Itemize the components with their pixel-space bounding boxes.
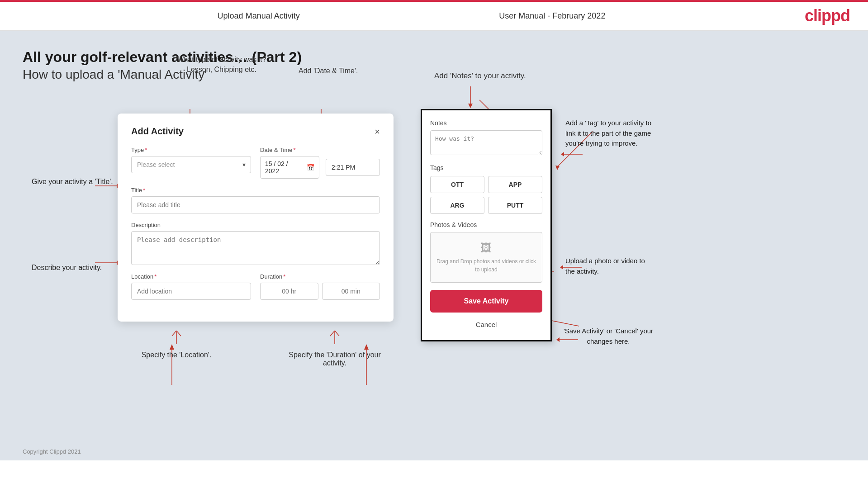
tag-app[interactable]: APP (488, 176, 542, 193)
description-label: Description (131, 222, 380, 228)
type-select[interactable]: Please select (131, 156, 251, 173)
duration-hr-input[interactable] (260, 283, 318, 300)
svg-marker-29 (561, 152, 564, 156)
right-area: Add 'Notes' to your activity. Add a 'Tag… (421, 95, 845, 341)
svg-line-25 (335, 331, 339, 336)
tag-putt[interactable]: PUTT (488, 197, 542, 214)
type-group: Type* Please select (131, 147, 251, 179)
time-input[interactable] (326, 159, 380, 176)
modal-area: What type of activity was it? Lesson, Ch… (118, 95, 394, 367)
location-bottom-annotation: Specify the 'Location'. (118, 331, 235, 367)
svg-marker-33 (556, 337, 560, 342)
tag-arrow (561, 150, 583, 159)
title-input[interactable] (131, 196, 380, 213)
location-input[interactable] (131, 283, 251, 300)
tags-label: Tags (430, 164, 542, 171)
calendar-icon: 📅 (307, 164, 314, 171)
duration-inputs (260, 283, 380, 300)
duration-group: Duration* (260, 273, 380, 300)
photo-upload-text: Drag and Drop photos and videos or click… (436, 258, 536, 273)
datetime-inputs: 15 / 02 / 2022 📅 (260, 156, 380, 179)
page-title: Upload Manual Activity (218, 11, 300, 21)
main-content: All your golf-relevant activities… (Part… (0, 31, 868, 460)
duration-label: Duration* (260, 273, 380, 280)
notes-textarea[interactable] (430, 130, 542, 155)
type-datetime-row: Type* Please select Date & Time* (131, 147, 380, 179)
type-annotation: What type of activity was it? Lesson, Ch… (172, 55, 271, 75)
cancel-link[interactable]: Cancel (430, 318, 542, 331)
tags-grid: OTT APP ARG PUTT (430, 176, 542, 214)
top-bar: Upload Manual Activity User Manual - Feb… (0, 0, 868, 31)
location-group: Location* (131, 273, 251, 300)
tag-annotation: Add a 'Tag' to your activity to link it … (565, 118, 660, 149)
modal-header: Add Activity × (131, 126, 380, 137)
location-duration-row: Location* Duration* (131, 273, 380, 300)
phone-inner: Notes Tags OTT APP ARG PUTT Photos & Vid… (422, 110, 550, 340)
logo: clippd (805, 6, 850, 25)
description-input[interactable] (131, 231, 380, 265)
photos-label: Photos & Videos (430, 221, 542, 228)
doc-subtitle: User Manual - February 2022 (499, 11, 605, 21)
modal-close-button[interactable]: × (375, 127, 380, 136)
svg-marker-27 (468, 104, 473, 108)
bottom-annotations: Specify the 'Location'. Specify the 'Dur… (118, 331, 394, 367)
svg-line-22 (176, 331, 181, 336)
location-arrow-svg (170, 331, 183, 349)
svg-marker-31 (560, 265, 563, 270)
duration-min-input[interactable] (322, 283, 380, 300)
title-annotation: Give your activity a 'Title'. (32, 177, 113, 187)
title-group: Title* (131, 187, 380, 213)
svg-line-24 (330, 331, 335, 336)
notes-annotation: Add 'Notes' to your activity. (434, 71, 526, 81)
left-annotation-area: Give your activity a 'Title'. Describe y… (23, 95, 118, 186)
tag-ott[interactable]: OTT (430, 176, 484, 193)
modal-title: Add Activity (131, 126, 184, 137)
add-activity-modal: Add Activity × Type* Please select (118, 114, 394, 322)
duration-bottom-annotation: Specify the 'Duration' of your activity. (276, 331, 394, 367)
notes-arrow (466, 86, 475, 109)
date-annotation: Add 'Date & Time'. (299, 66, 358, 76)
content-layout: Give your activity a 'Title'. Describe y… (23, 95, 845, 367)
notes-label: Notes (430, 119, 542, 127)
svg-line-21 (172, 331, 176, 336)
type-label: Type* (131, 147, 251, 153)
save-activity-button[interactable]: Save Activity (430, 290, 542, 313)
datetime-label: Date & Time* (260, 147, 380, 153)
upload-arrow (560, 263, 583, 272)
describe-annotation: Describe your activity. (32, 263, 102, 273)
datetime-group: Date & Time* 15 / 02 / 2022 📅 (260, 147, 380, 179)
date-input[interactable]: 15 / 02 / 2022 📅 (260, 156, 319, 179)
location-label: Location* (131, 273, 251, 280)
save-arrow (556, 335, 579, 344)
copyright: Copyright Clippd 2021 (23, 448, 81, 455)
description-group: Description (131, 222, 380, 265)
tag-arg[interactable]: ARG (430, 197, 484, 214)
phone-mockup: Notes Tags OTT APP ARG PUTT Photos & Vid… (421, 109, 552, 341)
duration-arrow-svg (328, 331, 342, 349)
photo-upload-area[interactable]: 🖼 Drag and Drop photos and videos or cli… (430, 232, 542, 283)
title-label: Title* (131, 187, 380, 194)
type-select-wrapper: Please select (131, 156, 251, 173)
heading-bold: All your golf-relevant activities… (Part… (23, 49, 845, 66)
photo-upload-icon: 🖼 (435, 242, 537, 254)
